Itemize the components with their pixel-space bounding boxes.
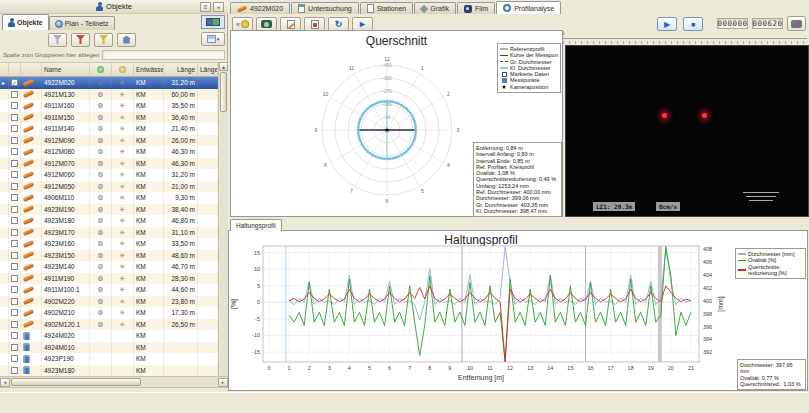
table-row-4902M120.1[interactable]: 4902M120.1⚙✳KM26,50 m — [0, 319, 218, 331]
column-header-g1[interactable] — [90, 63, 112, 76]
filter-apply-button[interactable] — [71, 33, 90, 47]
snapshot-export-button[interactable] — [787, 16, 806, 31]
row-checkbox[interactable] — [11, 137, 18, 144]
table-row-4924M020[interactable]: 4924M020KM — [0, 330, 218, 342]
table-row-4923P190[interactable]: 4923P190KM — [0, 353, 218, 365]
column-header-l-nge[interactable]: Länge — [164, 63, 198, 76]
table-row-4911M100.1[interactable]: 4911M100.1⚙✳KM44,60 m — [0, 284, 218, 296]
group-drop-area[interactable] — [102, 50, 225, 60]
table-row-4911M140[interactable]: 4911M140⚙✳KM21,40 m — [0, 123, 218, 135]
table-row-4912M090[interactable]: 4912M090⚙✳KM26,00 m — [0, 135, 218, 147]
table-row-4923M160[interactable]: 4923M160⚙✳KM33,50 m — [0, 238, 218, 250]
column-header-name[interactable]: Name — [42, 63, 90, 76]
svg-text:404: 404 — [703, 272, 712, 278]
row-checkbox[interactable] — [11, 286, 18, 293]
objects-table[interactable]: ▸✓4922M020⚙✳KM31,20 m4921M130⚙✳KM60,00 m… — [0, 77, 218, 376]
table-row-4921M130[interactable]: 4921M130⚙✳KM60,00 m — [0, 89, 218, 101]
row-checkbox[interactable] — [11, 309, 18, 316]
column-header-g2[interactable] — [112, 63, 134, 76]
play-button[interactable]: ▶ — [657, 17, 677, 31]
filter-clear-button[interactable] — [48, 33, 67, 47]
row-checkbox[interactable] — [11, 91, 18, 98]
row-checkbox[interactable] — [11, 240, 18, 247]
row-checkbox[interactable] — [11, 275, 18, 282]
column-header-chk[interactable] — [9, 63, 21, 76]
row-checkbox[interactable] — [11, 125, 18, 132]
length-below-value — [198, 250, 218, 262]
table-row-4912M050[interactable]: 4912M050⚙✳KM21,00 m — [0, 181, 218, 193]
table-row-4923M150[interactable]: 4923M150⚙✳KM48,60 m — [0, 250, 218, 262]
svg-text:11: 11 — [349, 65, 354, 71]
table-row-4911M150[interactable]: 4911M150⚙✳KM36,40 m — [0, 112, 218, 124]
row-checkbox[interactable] — [11, 355, 18, 362]
table-row-4923M190[interactable]: 4923M190⚙✳KM38,40 m — [0, 204, 218, 216]
left-tab-objekte[interactable]: Objekte — [2, 14, 49, 30]
object-type-cell — [21, 238, 42, 250]
row-checkbox[interactable] — [11, 367, 18, 374]
row-checkbox[interactable] — [11, 194, 18, 201]
table-row-4912M070[interactable]: 4912M070⚙✳KM46,30 m — [0, 158, 218, 170]
table-row-4912M060[interactable]: 4912M060⚙✳KM31,20 m — [0, 169, 218, 181]
main-tab-untersuchung[interactable]: Untersuchung — [291, 2, 359, 14]
row-checkbox[interactable] — [11, 102, 18, 109]
panel-menu-button[interactable]: ≡ — [200, 2, 211, 12]
haltungsprofil-chart[interactable]: 151050-5-10-1540840640440240039839639439… — [229, 231, 807, 390]
column-header-ind[interactable] — [0, 63, 9, 76]
row-checkbox[interactable] — [11, 217, 18, 224]
legend-label: Querschnitts- reduzierung [%] — [748, 264, 787, 277]
table-row-4923M180[interactable]: 4923M180⚙✳KM46,80 m — [0, 215, 218, 227]
main-tab-grafik[interactable]: Grafik — [414, 2, 456, 14]
layout-grid-button[interactable]: ▾ — [201, 32, 225, 46]
table-row-4924M010[interactable]: 4924M010KM — [0, 342, 218, 354]
table-row-4922M020[interactable]: ▸✓4922M020⚙✳KM31,20 m — [0, 77, 218, 89]
row-checkbox[interactable] — [11, 160, 18, 167]
row-checkbox[interactable] — [11, 183, 18, 190]
row-checkbox[interactable] — [11, 206, 18, 213]
row-indicator — [0, 123, 9, 135]
row-checkbox[interactable] — [11, 332, 18, 339]
archive-button[interactable] — [117, 33, 136, 47]
tab-haltungsprofil[interactable]: Haltungsprofil — [230, 219, 282, 231]
row-checkbox[interactable] — [11, 171, 18, 178]
table-row-4911M160[interactable]: 4911M160⚙✳KM35,50 m — [0, 100, 218, 112]
row-checkbox[interactable] — [11, 229, 18, 236]
table-row-4923M170[interactable]: 4923M170⚙✳KM31,10 m — [0, 227, 218, 239]
scrollbar-thumb[interactable] — [11, 378, 141, 386]
column-header-entw-sser[interactable]: Entwässer... — [134, 63, 164, 76]
panel-view-toggle-button[interactable] — [201, 15, 225, 29]
left-tab-plan-teilnetz[interactable]: Plan - Teilnetz — [49, 16, 115, 30]
table-row-4902M210[interactable]: 4902M210⚙✳KM17,30 m — [0, 307, 218, 319]
grid-icon — [207, 35, 216, 43]
row-checkbox[interactable] — [11, 263, 18, 270]
scroll-left-icon[interactable]: ◂ — [0, 378, 10, 387]
film-position-slider[interactable] — [563, 38, 807, 44]
row-checkbox[interactable] — [11, 321, 18, 328]
vertical-scrollbar[interactable]: ▲ — [218, 62, 228, 376]
row-checkbox[interactable] — [11, 148, 18, 155]
table-row-4912M080[interactable]: 4912M080⚙✳KM46,30 m — [0, 146, 218, 158]
filter-edit-button[interactable] — [94, 33, 113, 47]
main-tab-film[interactable]: Film — [457, 2, 495, 14]
main-tab-4922m020[interactable]: 4922M020 — [230, 2, 290, 14]
column-header-l-nge-unte[interactable]: Länge Unte... — [198, 63, 218, 76]
row-checkbox[interactable] — [11, 298, 18, 305]
table-row-4923M180[interactable]: 4923M180KM — [0, 365, 218, 377]
row-checkbox[interactable] — [11, 344, 18, 351]
main-tab-profilanalyse[interactable]: Profilanalyse — [496, 1, 561, 14]
row-checkbox[interactable] — [11, 114, 18, 121]
scroll-up-icon[interactable]: ▲ — [219, 62, 228, 71]
scroll-right-icon[interactable]: ▸ — [218, 378, 228, 387]
slider-track[interactable] — [563, 38, 807, 39]
horizontal-scrollbar[interactable]: ◂ ▸ — [0, 376, 228, 387]
panel-collapse-button[interactable]: » — [213, 2, 224, 12]
table-row-4906M110[interactable]: 4906M110⚙✳KM9,30 m — [0, 192, 218, 204]
table-row-4911M190[interactable]: 4911M190⚙✳KM28,30 m — [0, 273, 218, 285]
main-tab-stationen[interactable]: Stationen — [360, 2, 414, 14]
stop-button[interactable]: ■ — [683, 17, 703, 31]
row-checkbox[interactable]: ✓ — [11, 79, 18, 86]
table-row-4923M140[interactable]: 4923M140⚙✳KM46,70 m — [0, 261, 218, 273]
row-checkbox[interactable] — [11, 252, 18, 259]
column-header-ico[interactable] — [21, 63, 42, 76]
scrollbar-thumb[interactable] — [220, 72, 227, 112]
table-row-4902M220[interactable]: 4902M220⚙✳KM23,80 m — [0, 296, 218, 308]
